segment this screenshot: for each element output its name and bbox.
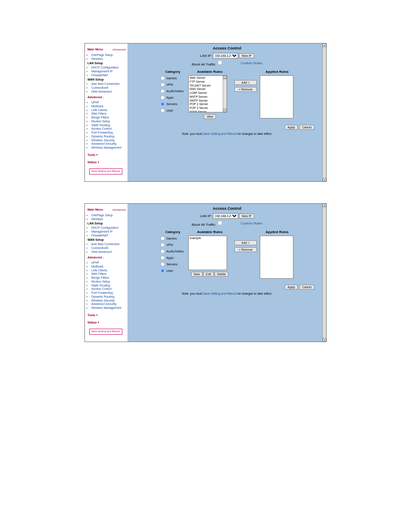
nav-port-forwarding[interactable]: Port Forwarding — [91, 131, 113, 134]
save-reboot-button[interactable]: Save Setting and Reboot — [89, 329, 122, 335]
nav-connection0[interactable]: Connection0 — [91, 246, 108, 249]
nav-lan-clients[interactable]: LAN Clients — [91, 109, 107, 112]
category-user-radio[interactable] — [161, 109, 165, 113]
nav-wireless-management[interactable]: Wireless Management — [91, 146, 121, 149]
nav-access-control[interactable]: Access Control — [91, 287, 112, 290]
block-all-checkbox[interactable] — [218, 61, 222, 65]
available-rules-listbox[interactable]: Web Server FTP Server TELNET Server DNS … — [188, 75, 227, 112]
new-button[interactable]: New — [191, 272, 202, 277]
list-item[interactable]: example — [190, 236, 226, 240]
lan-ip-select[interactable]: 192.168.1.2 — [213, 213, 238, 219]
apply-button[interactable]: Apply — [285, 125, 298, 130]
nav-upnp[interactable]: UPnP — [91, 261, 99, 264]
add-button[interactable]: Add > — [234, 80, 257, 85]
tools-heading[interactable]: Tools + — [87, 153, 126, 157]
nav-wireless-management[interactable]: Wireless Management — [91, 306, 121, 309]
nav-wireless-security[interactable]: Wireless Security — [91, 299, 115, 302]
list-item[interactable]: NNTP Server — [190, 95, 222, 99]
nav-management-ip[interactable]: Management IP — [91, 70, 112, 73]
nav-web-filters[interactable]: Web Filters — [91, 112, 106, 115]
nav-lan-clients[interactable]: LAN Clients — [91, 269, 107, 272]
category-audio-video-radio[interactable] — [161, 249, 165, 254]
new-ip-button[interactable]: New IP — [239, 214, 254, 218]
category-apps-radio[interactable] — [161, 256, 165, 260]
nav-multicast[interactable]: Multicast — [91, 105, 103, 108]
nav-connection0[interactable]: Connection0 — [91, 86, 108, 89]
nav-onepage-setup[interactable]: OnePage Setup — [91, 214, 113, 217]
nav-dynamic-routing[interactable]: Dynamic Routing — [91, 135, 114, 138]
category-audio-video-radio[interactable] — [161, 89, 165, 93]
nav-firewall-nat[interactable]: Firewall/NAT — [91, 74, 109, 77]
nav-hide-advanced[interactable]: Hide Advanced — [91, 90, 112, 93]
custom-rules-link[interactable]: Custom Rules — [241, 61, 262, 65]
list-item[interactable]: FTP Server — [190, 80, 222, 84]
scroll-down-icon[interactable]: ▼ — [223, 109, 227, 112]
advanced-heading[interactable]: Advanced - — [87, 96, 126, 100]
category-vpn-radio[interactable] — [161, 83, 165, 87]
category-apps-radio[interactable] — [161, 96, 165, 100]
block-all-checkbox[interactable] — [218, 221, 222, 225]
new-ip-button[interactable]: New IP — [239, 53, 254, 58]
scroll-up-icon[interactable]: ▲ — [323, 204, 326, 207]
available-rules-listbox[interactable]: example — [188, 236, 227, 270]
listbox-scrollbar[interactable]: ▲ ▼ — [223, 76, 227, 112]
nav-add-new-connection[interactable]: Add New Connection — [91, 243, 120, 246]
nav-management-ip[interactable]: Management IP — [91, 230, 112, 233]
category-servers-radio[interactable] — [161, 262, 165, 267]
note-save-reboot-link[interactable]: Save Setting and Reboot — [203, 132, 237, 135]
lan-ip-select[interactable]: 192.168.1.2 — [213, 53, 238, 59]
list-item[interactable]: TELNET Server — [190, 84, 222, 88]
nav-modem-setup[interactable]: Modem Setup — [91, 280, 110, 283]
tools-heading[interactable]: Tools + — [87, 314, 126, 317]
advanced-top-link[interactable]: (Advanced) — [112, 48, 126, 52]
scroll-down-icon[interactable]: ▼ — [323, 338, 326, 342]
nav-static-routing[interactable]: Static Routing — [91, 124, 110, 127]
page-scrollbar[interactable]: ▲ ▼ — [322, 44, 326, 181]
nav-advanced-security[interactable]: Advanced Security — [91, 302, 116, 305]
status-heading[interactable]: Status + — [87, 321, 126, 325]
applied-rules-listbox[interactable] — [260, 75, 293, 118]
nav-wireless[interactable]: Wireless — [91, 218, 103, 221]
advanced-heading[interactable]: Advanced - — [87, 256, 126, 260]
view-button[interactable]: View — [204, 114, 215, 119]
nav-port-forwarding[interactable]: Port Forwarding — [91, 291, 113, 294]
add-button[interactable]: Add > — [234, 240, 257, 245]
nav-upnp[interactable]: UPnP — [91, 101, 99, 104]
nav-bridge-filters[interactable]: Bridge Filters — [91, 276, 109, 279]
nav-dynamic-routing[interactable]: Dynamic Routing — [91, 295, 114, 298]
nav-firewall-nat[interactable]: Firewall/NAT — [91, 234, 109, 237]
nav-onepage-setup[interactable]: OnePage Setup — [91, 53, 113, 56]
scroll-up-icon[interactable]: ▲ — [223, 76, 227, 79]
advanced-top-link[interactable]: (Advanced) — [112, 208, 126, 212]
category-user-radio[interactable] — [161, 269, 165, 273]
status-heading[interactable]: Status + — [87, 161, 126, 165]
nav-static-routing[interactable]: Static Routing — [91, 284, 110, 287]
list-item[interactable]: LDAP Server — [190, 91, 222, 95]
save-reboot-button[interactable]: Save Setting and Reboot — [89, 168, 122, 174]
nav-wireless-security[interactable]: Wireless Security — [91, 139, 115, 142]
nav-wireless[interactable]: Wireless — [91, 57, 103, 60]
note-save-reboot-link[interactable]: Save Setting and Reboot — [203, 292, 237, 295]
list-item[interactable]: SMTP Server — [190, 99, 222, 103]
applied-rules-listbox[interactable] — [260, 236, 293, 279]
nav-hide-advanced[interactable]: Hide Advanced — [91, 250, 112, 253]
list-item[interactable]: IMAP Server — [190, 110, 222, 112]
remove-button[interactable]: < Remove — [234, 87, 257, 92]
scroll-down-icon[interactable]: ▼ — [323, 178, 326, 181]
nav-web-filters[interactable]: Web Filters — [91, 272, 106, 275]
delete-button[interactable]: Delete — [215, 272, 228, 277]
list-item[interactable]: POP 3 Server — [190, 106, 222, 110]
apply-button[interactable]: Apply — [285, 285, 298, 289]
category-vpn-radio[interactable] — [161, 243, 165, 247]
list-item[interactable]: Web Server — [190, 76, 222, 80]
category-games-radio[interactable] — [161, 76, 165, 81]
scroll-up-icon[interactable]: ▲ — [323, 44, 326, 47]
nav-add-new-connection[interactable]: Add New Connection — [91, 82, 120, 85]
nav-dhcp-configuration[interactable]: DHCP Configuration — [91, 66, 118, 69]
nav-multicast[interactable]: Multicast — [91, 265, 103, 268]
category-games-radio[interactable] — [161, 236, 165, 241]
nav-access-control[interactable]: Access Control — [91, 127, 112, 130]
nav-advanced-security[interactable]: Advanced Security — [91, 142, 116, 145]
list-item[interactable]: POP 2 Server — [190, 103, 222, 106]
page-scrollbar[interactable]: ▲ ▼ — [322, 204, 326, 342]
